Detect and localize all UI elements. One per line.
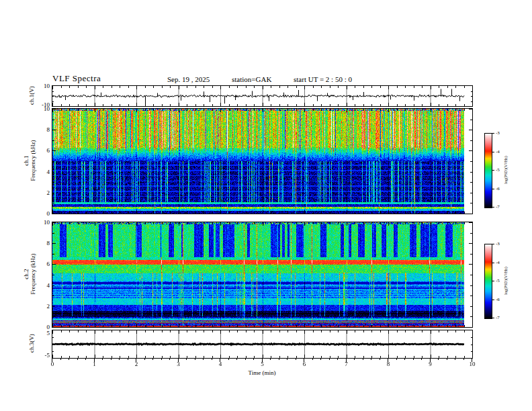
start-ut-label: start UT = 2 : 50 : 0 (294, 75, 352, 83)
ch1-spec-ytick-6: 6 (30, 147, 50, 154)
ch2-spec-ytick-4: 4 (30, 282, 50, 289)
ch2-spectrogram-canvas (52, 222, 472, 327)
colorbar-tick (492, 152, 494, 152)
colorbar-tick (492, 189, 494, 189)
ch1-spectrogram-canvas (52, 109, 472, 214)
station-label: station=GAK (232, 75, 271, 83)
ch3-wave-ytick-5: 5 (30, 330, 50, 336)
x-tick-label-7: 7 (345, 361, 348, 367)
ch2-spec-ylabel-line1: ch.2 (23, 253, 30, 294)
colorbar-tick (492, 133, 494, 134)
x-tick-label-4: 4 (219, 361, 222, 367)
ch1-wave-ytick-10: 10 (30, 83, 50, 89)
ch3-waveform-panel (52, 330, 473, 359)
ch2-spec-ytick-10: 10 (30, 219, 50, 226)
ch3-wave-ytick--5: -5 (30, 352, 50, 359)
ch1-waveform-canvas (52, 86, 472, 106)
colorbar-ch2-label: log(PSD)(V²/Hz) (504, 267, 508, 294)
colorbar-tick (492, 281, 494, 281)
x-tick-label-8: 8 (387, 361, 390, 367)
colorbar-tick (492, 300, 494, 300)
ch2-spec-ytick-2: 2 (30, 303, 50, 310)
ch3-wave-ylabel: ch.3(V) (28, 334, 35, 353)
ch1-spec-ytick-10: 10 (30, 105, 50, 112)
x-tick-label-10: 10 (470, 361, 476, 367)
ch1-spec-ylabel-line1: ch.1 (23, 140, 30, 181)
colorbar-tick (492, 244, 494, 244)
vlf-spectra-figure: VLF Spectra Sep. 19 , 2025 station=GAK s… (0, 0, 532, 411)
x-tick-label-9: 9 (429, 361, 432, 367)
x-tick-label-6: 6 (303, 361, 306, 367)
colorbar-tick-label: -4 (496, 149, 500, 154)
colorbar-tick-label: -7 (496, 315, 500, 320)
ch3-waveform-canvas (52, 330, 472, 358)
ch1-spec-ytick-0: 0 (30, 210, 50, 217)
colorbar-tick (492, 318, 494, 318)
x-tick-label-0: 0 (51, 361, 54, 367)
time-axis-label: Time (min) (249, 369, 276, 376)
ch1-waveform-panel (52, 85, 473, 107)
colorbar-tick-label: -3 (496, 241, 500, 246)
ch1-spec-ytick-8: 8 (30, 126, 50, 133)
colorbar-tick-label: -3 (496, 130, 500, 136)
ch2-spectrogram-panel (52, 222, 473, 328)
ch2-spec-ytick-6: 6 (30, 261, 50, 267)
colorbar-tick-label: -6 (496, 297, 500, 302)
colorbar-tick-label: -5 (496, 278, 500, 283)
colorbar-ch2 (484, 244, 492, 319)
ch2-spec-ytick-8: 8 (30, 240, 50, 246)
ch1-spectrogram-panel (52, 108, 473, 214)
colorbar-ch1-label: log(PSD)(V²/Hz) (504, 156, 508, 183)
x-tick-label-5: 5 (261, 361, 264, 367)
x-tick-label-2: 2 (135, 361, 138, 367)
colorbar-tick-label: -5 (496, 167, 500, 173)
colorbar-tick (492, 207, 494, 208)
figure-title: VLF Spectra (52, 73, 101, 84)
ch1-spec-ytick-2: 2 (30, 189, 50, 196)
ch1-spec-ytick-4: 4 (30, 169, 50, 175)
x-tick-label-1: 1 (93, 361, 96, 367)
date-label: Sep. 19 , 2025 (167, 75, 210, 83)
colorbar-tick-label: -4 (496, 260, 500, 265)
colorbar-tick-label: -7 (496, 204, 500, 210)
colorbar-tick (492, 170, 494, 171)
colorbar-tick (492, 263, 494, 263)
x-tick-label-3: 3 (177, 361, 180, 367)
colorbar-tick-label: -6 (496, 186, 500, 191)
colorbar-ch1 (484, 133, 492, 208)
